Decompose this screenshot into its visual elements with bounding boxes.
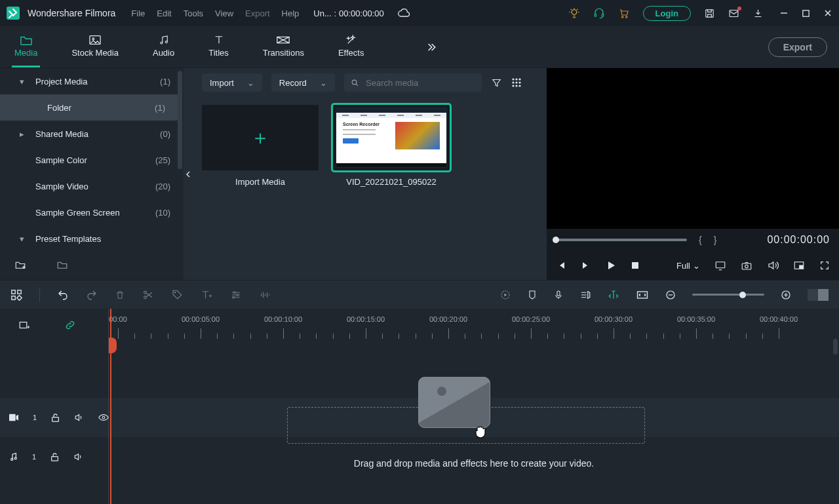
play-icon[interactable] (606, 260, 616, 271)
tab-transitions[interactable]: Transitions (260, 26, 307, 68)
import-dropdown[interactable]: Import ⌄ (202, 73, 262, 92)
tree-item-sample-video[interactable]: Sample Video (20) (0, 173, 184, 199)
menu-tools[interactable]: Tools (184, 9, 203, 18)
lock-open-icon[interactable] (51, 413, 60, 423)
tab-stock-media[interactable]: Stock Media (69, 26, 121, 68)
preview-viewport[interactable] (547, 68, 839, 229)
equalizer-icon[interactable] (259, 289, 271, 301)
split-scissors-icon[interactable] (142, 289, 154, 301)
audio-track-header[interactable]: 1 (0, 437, 108, 476)
ruler-label: 00:00:30:00 (595, 315, 633, 323)
cloud-icon[interactable] (397, 7, 410, 20)
marker-shield-icon[interactable] (527, 289, 537, 301)
message-icon[interactable] (728, 8, 739, 19)
voiceover-mic-icon[interactable] (553, 288, 564, 301)
undo-icon[interactable] (57, 289, 69, 301)
lightbulb-icon[interactable] (568, 7, 580, 19)
filter-icon[interactable] (491, 77, 502, 88)
video-track-header[interactable]: 1 (0, 398, 108, 437)
pip-icon[interactable] (793, 260, 805, 271)
svg-point-36 (174, 292, 176, 293)
collapse-tree-handle[interactable] (184, 68, 193, 280)
tree-item-preset-templates[interactable]: ▾ Preset Templates (0, 225, 184, 252)
svg-point-11 (160, 42, 162, 44)
menu-view[interactable]: View (215, 9, 233, 18)
tabs-more-icon[interactable] (424, 41, 437, 54)
zoom-in-icon[interactable] (780, 289, 792, 301)
svg-rect-3 (602, 14, 603, 17)
delete-icon[interactable] (115, 289, 125, 301)
title-bar: Wondershare Filmora File Edit Tools View… (0, 0, 839, 26)
search-media-field[interactable] (344, 73, 482, 92)
record-dropdown[interactable]: Record ⌄ (271, 73, 335, 92)
stop-icon[interactable] (631, 261, 640, 270)
search-media-input[interactable] (364, 77, 475, 88)
tree-scrollbar[interactable] (178, 71, 182, 169)
lock-open-icon[interactable] (50, 452, 59, 462)
window-maximize-icon[interactable] (802, 9, 810, 18)
media-clip-card[interactable]: Screen Recorder VID_20221021_095022 (333, 105, 450, 187)
fullscreen-icon[interactable] (819, 260, 830, 271)
tab-titles[interactable]: Titles (206, 26, 231, 68)
tag-icon[interactable] (171, 289, 183, 301)
grid-view-icon[interactable] (511, 77, 522, 88)
snapshot-camera-icon[interactable] (741, 260, 752, 271)
folder-icon[interactable] (56, 260, 68, 270)
media-browser-panel: Import ⌄ Record ⌄ ＋ Import Media (193, 68, 547, 280)
add-text-icon[interactable] (200, 289, 213, 301)
ruler-label: 00:00:35:00 (677, 315, 715, 323)
support-headset-icon[interactable] (593, 7, 605, 19)
layout-icon[interactable] (10, 289, 22, 301)
export-button[interactable]: Export (768, 37, 827, 57)
timeline-ruler[interactable]: 00:0000:00:05:0000:00:10:0000:00:15:0000… (109, 309, 839, 341)
tree-item-sample-green-screen[interactable]: Sample Green Screen (10) (0, 199, 184, 225)
preview-progress-slider[interactable] (556, 239, 687, 241)
thumbnail-size-toggle[interactable] (808, 289, 829, 301)
timeline-body[interactable]: 00:0000:00:05:0000:00:10:0000:00:15:0000… (109, 309, 839, 504)
next-frame-icon[interactable] (581, 260, 591, 271)
folder-icon (19, 34, 33, 46)
new-folder-icon[interactable] (14, 260, 26, 270)
tree-item-folder[interactable]: Folder (1) (0, 94, 178, 121)
svg-point-1 (572, 10, 577, 15)
import-media-card[interactable]: ＋ Import Media (202, 105, 319, 187)
volume-icon[interactable] (767, 260, 779, 271)
redo-icon[interactable] (86, 289, 98, 301)
login-button[interactable]: Login (643, 6, 691, 21)
add-track-icon[interactable] (18, 320, 30, 330)
menu-edit[interactable]: Edit (157, 9, 171, 18)
display-settings-icon[interactable] (714, 260, 726, 271)
cart-icon[interactable] (618, 7, 630, 19)
menu-file[interactable]: File (131, 9, 145, 18)
window-close-icon[interactable] (823, 9, 832, 18)
tree-item-sample-color[interactable]: Sample Color (25) (0, 147, 184, 173)
fit-width-icon[interactable] (636, 290, 649, 300)
preview-quality-dropdown[interactable]: Full ⌄ (676, 261, 700, 271)
wand-icon (344, 34, 359, 46)
zoom-slider[interactable] (692, 294, 764, 296)
drop-preview-card (418, 377, 490, 428)
prev-frame-icon[interactable] (556, 260, 566, 271)
tab-media[interactable]: Media (12, 26, 40, 68)
mute-audio-icon[interactable] (73, 452, 83, 461)
render-gear-icon[interactable] (499, 289, 511, 301)
window-minimize-icon[interactable] (779, 9, 789, 18)
tab-effects[interactable]: Effects (336, 26, 367, 68)
timeline-vertical-scrollbar[interactable] (833, 339, 838, 355)
visibility-eye-icon[interactable] (98, 414, 109, 421)
tree-item-project-media[interactable]: ▾ Project Media (1) (0, 68, 184, 94)
auto-ripple-icon[interactable] (607, 289, 620, 301)
tab-audio[interactable]: Audio (150, 26, 177, 68)
download-icon[interactable] (752, 8, 764, 19)
adjustments-icon[interactable] (230, 289, 242, 301)
audio-mixer-icon[interactable] (579, 289, 591, 301)
link-tracks-icon[interactable] (64, 319, 76, 331)
save-icon[interactable] (704, 8, 715, 19)
tree-item-shared-media[interactable]: ▸ Shared Media (0) (0, 121, 184, 147)
tab-media-label: Media (14, 48, 37, 58)
zoom-out-icon[interactable] (665, 289, 676, 301)
menu-help[interactable]: Help (282, 9, 300, 18)
mute-audio-icon[interactable] (74, 413, 84, 422)
mark-in-out-icon[interactable]: {} (699, 235, 728, 245)
grab-cursor-icon (473, 424, 488, 440)
